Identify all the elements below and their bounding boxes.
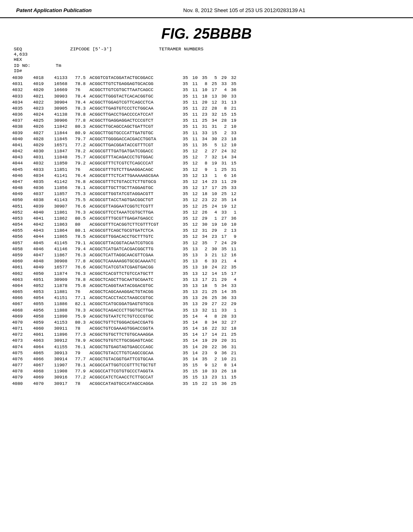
seq-id: 4061 <box>12 264 33 270</box>
tetramer-nums: 3515912814 <box>178 362 236 368</box>
tm-value: 76.8 <box>75 179 90 185</box>
idm: 11848 <box>54 154 75 160</box>
idm: 30908 <box>54 258 75 264</box>
tetramer-num: 24 <box>217 240 227 246</box>
tetramer-num: 35 <box>178 320 188 326</box>
idm: 41133 <box>54 75 75 81</box>
idno: 4065 <box>33 350 54 356</box>
idno: 4066 <box>33 356 54 362</box>
tetramer-num: 17 <box>198 332 207 338</box>
tetramer-num: 12 <box>188 154 198 160</box>
tm-value: 77.2 <box>75 374 90 380</box>
tetramer-nums: 351513231115 <box>178 374 236 380</box>
tetramer-num: 13 <box>188 258 198 264</box>
tetramer-num: 10 <box>227 124 236 130</box>
zipcode-seq: ACGGCTCAGGTAATACGGACGTGC <box>90 283 178 289</box>
tetramer-num: 11 <box>188 94 198 100</box>
tetramer-num: 35 <box>178 381 188 387</box>
idm: 11907 <box>54 362 75 368</box>
tetramer-num: 5 <box>207 142 217 148</box>
tetramer-num: 31 <box>217 160 227 166</box>
table-row: 4066 4054 41151 77.1 ACGGCTCACCTACCTAAGC… <box>12 295 401 301</box>
tetramer-num: 25 <box>207 81 217 87</box>
tetramer-nums: 35132303511 <box>178 246 236 252</box>
table-row: 4068 4056 11888 78.3 ACGGCTCAGACCCTTGGTG… <box>12 308 401 314</box>
idm: 11878 <box>54 283 75 289</box>
idno: 4063 <box>33 338 54 344</box>
tetramer-num: 14 <box>188 356 198 362</box>
seq-id: 4070 <box>12 320 33 326</box>
tetramer-num: 35 <box>178 362 188 368</box>
tetramer-num: 25 <box>198 204 207 210</box>
data-table: SEQ 4,633 HEX ZIPCODE [5'-3'] TETRAMER N… <box>0 46 413 395</box>
tetramer-num: 36 <box>217 295 227 301</box>
idm: 41143 <box>54 197 75 203</box>
tetramer-num: 25 <box>217 185 227 191</box>
seq-id: 4033 <box>12 94 33 100</box>
seq-id: 4045 <box>12 167 33 173</box>
tetramer-nums: 351326253633 <box>178 295 236 301</box>
idm: 11842 <box>54 124 75 130</box>
seq-id: 4068 <box>12 308 33 314</box>
tetramer-num: 11 <box>188 130 198 136</box>
tetramer-num: 17 <box>198 277 207 283</box>
idm: 11896 <box>54 332 75 338</box>
tetramer-nums: 351329272229 <box>178 301 236 307</box>
zipcode-seq: ACGGCTCAGACCCTTGGTGCTTGA <box>90 308 178 314</box>
table-row: 4033 4021 30903 78.4 ACGGCTTGGGTACTCACAC… <box>12 94 401 100</box>
table-row: 4075 4065 30913 79 ACGGCTGTACCTTGTCAGCCG… <box>12 350 401 356</box>
table-row: 4080 4070 30917 78 ACGGCCATAGTGCCATAGCCA… <box>12 381 401 387</box>
tetramer-num: 10 <box>198 87 207 93</box>
tetramer-num: 11 <box>227 246 236 252</box>
tetramer-num: 4 <box>207 210 217 216</box>
tetramer-num: 14 <box>227 362 236 368</box>
tetramer-num: 33 <box>227 130 236 136</box>
tetramer-num: 29 <box>207 338 217 344</box>
seq-id: 4030 <box>12 75 33 81</box>
table-row: 4049 4037 11857 75.3 ACGGCGTTGGTATCGTAGG… <box>12 191 401 197</box>
table-row: 4062 4050 11874 76.3 ACGGCTCACGTTCTGTCCA… <box>12 271 401 277</box>
seq-id: 4048 <box>12 185 33 191</box>
zipcode-seq: ACGGCTCAGCTTGCAATGCGAATC <box>90 277 178 283</box>
tetramer-num: 21 <box>217 332 227 338</box>
idno: 4040 <box>33 210 54 216</box>
zipcode-seq: ACGGCGTTACCTAGTGACGGCTGT <box>90 197 178 203</box>
tm-value: 77.8 <box>75 258 90 264</box>
zipcode-seq: ACGGCTGTCGAAAGTGGACCGGTA <box>90 326 178 332</box>
tm-value: 80 <box>75 222 90 228</box>
tetramer-num: 35 <box>178 136 188 142</box>
tetramer-num: 15 <box>207 381 217 387</box>
idno: 4046 <box>33 246 54 252</box>
tetramer-num: 35 <box>178 154 188 160</box>
idm: 16568 <box>54 81 75 87</box>
tetramer-num: 23 <box>198 112 207 118</box>
idm: 11886 <box>54 301 75 307</box>
tetramer-num: 5 <box>207 283 217 289</box>
zipcode-seq: ACGGCTTGAGTGTCCCTCTGGCAA <box>90 106 178 112</box>
seq-id: 4059 <box>12 252 33 258</box>
idm: 11856 <box>54 185 75 191</box>
seq-id: 4075 <box>12 350 33 356</box>
table-row: 4054 4042 11863 80 ACGGCGTTTCACGGTCTTCGT… <box>12 222 401 228</box>
tm-value: 76.3 <box>75 210 90 216</box>
tetramer-num: 13 <box>188 264 198 270</box>
idm: 11844 <box>54 130 75 136</box>
tetramer-nums: 35148343227 <box>178 320 236 326</box>
tm-value: 80.9 <box>75 130 90 136</box>
tetramer-num: 21 <box>198 289 207 295</box>
tetramer-num: 13 <box>227 228 236 234</box>
tetramer-num: 11 <box>188 124 198 130</box>
zipcode-seq: ACGGCTTGACCTGACCCCATCCAT <box>90 112 178 118</box>
idm: 11874 <box>54 271 75 277</box>
tetramer-num: 12 <box>188 179 198 185</box>
tetramer-num: 13 <box>188 308 198 314</box>
tetramer-num: 35 <box>178 264 188 270</box>
tetramer-num: 31 <box>227 167 236 173</box>
tetramer-num: 11 <box>188 106 198 112</box>
tetramer-num: 13 <box>227 100 236 106</box>
tetramer-num: 10 <box>207 191 217 197</box>
idno: 4049 <box>33 264 54 270</box>
tetramer-nums: 35113315233 <box>178 130 236 136</box>
tetramer-num: 19 <box>217 204 227 210</box>
tetramer-num: 18 <box>227 136 236 142</box>
